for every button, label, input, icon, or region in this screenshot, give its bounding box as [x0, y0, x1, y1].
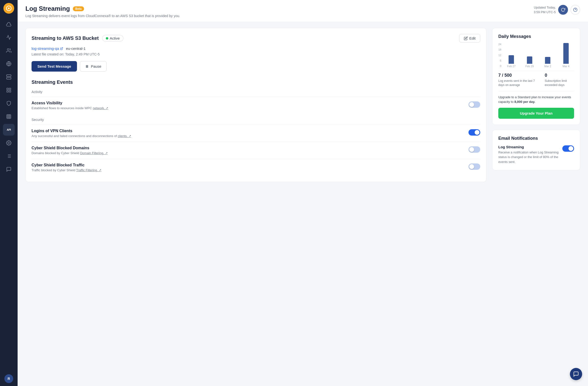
svg-rect-28 — [86, 65, 87, 68]
svg-point-18 — [8, 142, 10, 144]
sidebar-item-cloud[interactable] — [3, 18, 15, 30]
upgrade-button[interactable]: Upgrade Your Plan — [498, 108, 574, 119]
status-dot-active — [106, 37, 108, 40]
stream-link-row: log-streaming-qa eu-central-1 — [32, 46, 480, 51]
sidebar-logo[interactable] — [3, 3, 14, 14]
status-label: Active — [110, 36, 120, 40]
email-notif-title: Email Notifications — [498, 136, 574, 141]
chart-area: 24 18 12 6 0 — [498, 43, 574, 68]
chart-bars-container: Feb 27 Feb 29 Mar 2 Mar 4 — [503, 43, 574, 68]
svg-rect-12 — [9, 91, 11, 92]
chart-y-axis: 24 18 12 6 0 — [498, 43, 501, 67]
svg-line-27 — [61, 47, 63, 49]
stream-link[interactable]: log-streaming-qa — [32, 46, 63, 51]
event-desc-domains: Domains blocked by Cyber Shield Domain F… — [32, 151, 108, 155]
sidebar-item-chat[interactable] — [3, 163, 15, 175]
streaming-events-section: Streaming Events Activity Access Visibil… — [32, 80, 480, 176]
stream-region: eu-central-1 — [66, 46, 85, 51]
event-cyber-shield-traffic: Cyber Shield Blocked Traffic Traffic blo… — [32, 159, 480, 176]
svg-rect-5 — [7, 75, 11, 77]
stat-events-number: 7 / 500 — [498, 73, 539, 78]
chart-bar-feb27 — [503, 55, 519, 64]
sidebar-item-server[interactable] — [3, 71, 15, 83]
sidebar: API R — [0, 0, 18, 386]
sidebar-item-users[interactable] — [3, 45, 15, 57]
email-notif-item-title: Log Streaming — [498, 145, 559, 149]
upgrade-text: Upgrade to a Standard plan to increase y… — [498, 95, 574, 104]
edit-button[interactable]: Edit — [459, 34, 480, 42]
traffic-filtering-link[interactable]: Traffic Filtering. ↗ — [76, 168, 102, 172]
title-row: Log Streaming Beta — [25, 5, 180, 12]
sidebar-item-globe[interactable] — [3, 58, 15, 70]
main-area: Log Streaming Beta Log Streaming deliver… — [18, 0, 588, 386]
refresh-button[interactable] — [558, 5, 568, 15]
svg-rect-9 — [7, 88, 8, 90]
header-right: Updated Today, 3:59 PM UTC-5 — [534, 5, 580, 15]
toggle-access-visibility[interactable] — [468, 102, 480, 108]
toggle-email-notif[interactable] — [562, 145, 574, 152]
category-activity-label: Activity — [32, 90, 480, 94]
category-security-label: Security — [32, 118, 480, 122]
stream-file-meta: Latest file created on: Today, 2:49 PM U… — [32, 52, 480, 56]
stats-row: 7 / 500 Log events sent in the last 7 da… — [498, 71, 574, 87]
event-title-domains: Cyber Shield Blocked Domains — [32, 146, 108, 150]
sidebar-item-apps[interactable] — [3, 84, 15, 96]
svg-point-1 — [8, 8, 10, 9]
status-badge: Active — [102, 35, 124, 41]
event-access-visibility: Access Visibility Established flows to r… — [32, 97, 480, 114]
clients-link[interactable]: clients. ↗ — [118, 134, 131, 138]
sidebar-item-list[interactable] — [3, 150, 15, 162]
api-label: API — [7, 128, 11, 131]
email-notif-row: Log Streaming Receive a notification whe… — [498, 145, 574, 164]
streaming-title-row: Streaming to AWS S3 Bucket Active — [32, 35, 124, 41]
domain-filtering-link[interactable]: Domain Filtering. ↗ — [80, 151, 108, 155]
streaming-title: Streaming to AWS S3 Bucket — [32, 35, 99, 41]
content-left: Streaming to AWS S3 Bucket Active Edit — [25, 28, 486, 380]
content-right: Daily Messages 24 18 12 6 0 — [492, 28, 580, 380]
svg-rect-11 — [7, 91, 8, 92]
stat-limit-label: Subscription limit exceeded days — [545, 79, 574, 87]
user-avatar[interactable]: R — [4, 374, 13, 383]
event-desc-logins: Any successful and failed connections an… — [32, 134, 131, 138]
event-title-access: Access Visibility — [32, 101, 108, 105]
sidebar-item-api[interactable]: API — [3, 124, 15, 136]
network-link[interactable]: network. ↗ — [93, 106, 108, 110]
sidebar-item-analytics[interactable] — [3, 32, 15, 43]
last-updated: Updated Today, 3:59 PM UTC-5 — [534, 5, 556, 15]
toggle-cyber-domains[interactable] — [468, 146, 480, 153]
events-title: Streaming Events — [32, 80, 480, 85]
event-title-logins: Logins of VPN Clients — [32, 129, 131, 133]
event-cyber-shield-domains: Cyber Shield Blocked Domains Domains blo… — [32, 142, 480, 159]
chart-x-labels: Feb 27 Feb 29 Mar 2 Mar 4 — [503, 65, 574, 68]
event-desc-access: Established flows to resources inside WP… — [32, 106, 108, 110]
page-header: Log Streaming Beta Log Streaming deliver… — [18, 0, 588, 22]
help-button[interactable] — [570, 5, 580, 15]
page-title: Log Streaming — [25, 5, 70, 12]
action-buttons: Send Test Message Pause — [32, 61, 480, 72]
chart-bar-feb29 — [522, 57, 538, 64]
stat-events-sent: 7 / 500 Log events sent in the last 7 da… — [498, 73, 539, 87]
email-notifications-card: Email Notifications Log Streaming Receiv… — [492, 130, 580, 170]
sidebar-item-grid[interactable] — [3, 111, 15, 122]
pause-button[interactable]: Pause — [80, 61, 106, 72]
beta-badge: Beta — [73, 6, 84, 11]
toggle-cyber-traffic[interactable] — [468, 163, 480, 170]
chat-bubble-button[interactable] — [570, 368, 582, 380]
chart-bar-mar2 — [540, 57, 556, 64]
sidebar-item-shield[interactable] — [3, 98, 15, 109]
divider-1 — [498, 91, 574, 91]
svg-rect-29 — [87, 65, 88, 68]
toggle-logins-vpn[interactable] — [468, 129, 480, 136]
stat-limit-number: 0 — [545, 73, 574, 78]
daily-messages-title: Daily Messages — [498, 34, 574, 39]
event-logins-vpn: Logins of VPN Clients Any successful and… — [32, 125, 480, 142]
chart-bars — [503, 43, 574, 65]
streaming-card: Streaming to AWS S3 Bucket Active Edit — [25, 28, 486, 182]
daily-messages-card: Daily Messages 24 18 12 6 0 — [492, 28, 580, 125]
event-desc-traffic: Traffic blocked by Cyber Shield Traffic … — [32, 168, 102, 172]
svg-rect-13 — [7, 115, 11, 119]
send-test-button[interactable]: Send Test Message — [32, 61, 77, 72]
sidebar-item-settings[interactable] — [3, 137, 15, 149]
page-subtitle: Log Streaming delivers event logs from C… — [25, 14, 180, 18]
chart-bar-mar4 — [558, 43, 574, 64]
